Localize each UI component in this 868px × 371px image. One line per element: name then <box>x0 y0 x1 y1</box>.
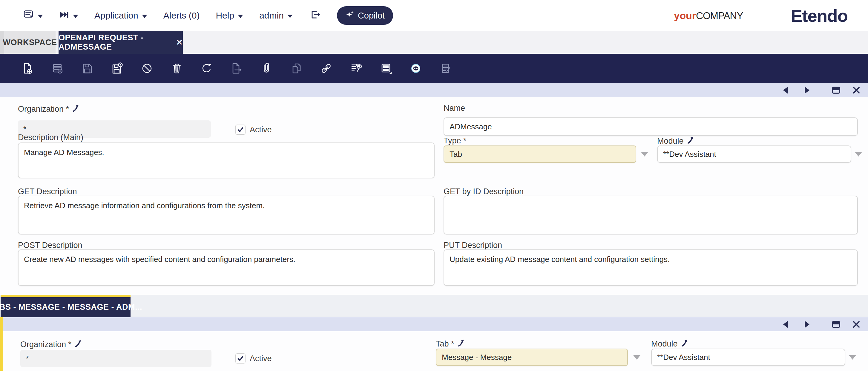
attachment-icon[interactable] <box>260 62 273 75</box>
user-menu-label: admin <box>259 10 284 21</box>
save-and-new-icon[interactable] <box>111 62 124 75</box>
field-link-icon[interactable] <box>72 104 79 114</box>
field-link-icon[interactable] <box>687 136 694 146</box>
type-dropdown-icon[interactable] <box>641 152 648 157</box>
active-section-indicator <box>0 317 3 371</box>
previous-record-icon[interactable] <box>782 86 789 94</box>
previous-record-icon[interactable] <box>782 320 789 329</box>
form-grid-view-icon[interactable] <box>379 62 393 75</box>
subtab-tabs-message[interactable]: TABS - MESSAGE - MESSAGE - ADM... <box>1 295 130 317</box>
copilot-button[interactable]: Copilot <box>337 6 393 25</box>
openapi-section-bar <box>0 83 868 97</box>
get-by-id-description-label: GET by ID Description <box>443 187 524 196</box>
copilot-button-label: Copilot <box>358 11 385 21</box>
tab-workspace-label: WORKSPACE <box>3 38 57 47</box>
alerts-button[interactable]: Alerts (0) <box>163 10 200 21</box>
put-description-label: PUT Description <box>443 241 502 250</box>
close-icon[interactable] <box>852 320 860 328</box>
application-menu[interactable]: Application <box>94 10 147 21</box>
application-menu-label: Application <box>94 10 138 21</box>
field-link-icon[interactable] <box>681 339 688 349</box>
module-label: Module <box>657 136 694 146</box>
type-label: Type * <box>443 136 467 146</box>
export-icon[interactable] <box>230 62 243 75</box>
next-record-icon[interactable] <box>804 320 811 329</box>
process-tools-icon[interactable] <box>349 62 363 75</box>
etendo-logo: Etendo <box>790 6 848 26</box>
openapi-request-form: Organization * * Active Name ADMessage D… <box>0 97 868 295</box>
window-tab-bar: WORKSPACE OPENAPI REQUEST - ADMESSAGE ✕ <box>0 31 868 54</box>
menu-icon <box>23 9 34 22</box>
top-bar: Application Alerts (0) Help admin Copilo… <box>0 0 868 31</box>
organization-label: Organization * <box>18 104 79 114</box>
module-select[interactable]: **Dev Assistant <box>651 349 845 366</box>
company-logo-your: your <box>674 10 696 21</box>
active-checkbox[interactable] <box>236 125 246 135</box>
type-select[interactable]: Tab <box>443 146 636 163</box>
organization-label: Organization * <box>20 340 82 349</box>
active-checkbox[interactable] <box>236 353 246 364</box>
tab-openapi-request-admessage[interactable]: OPENAPI REQUEST - ADMESSAGE ✕ <box>59 31 183 54</box>
new-row-grid-icon[interactable] <box>51 62 64 75</box>
link-icon[interactable] <box>319 62 333 75</box>
notes-icon[interactable] <box>439 62 452 75</box>
chevron-down-icon <box>38 14 43 18</box>
active-label: Active <box>250 354 272 363</box>
chevron-down-icon <box>287 14 293 18</box>
name-field[interactable]: ADMessage <box>443 117 858 136</box>
main-menu-button[interactable] <box>23 9 43 22</box>
tabs-section: Organization * * Active Tab * Message - … <box>0 317 868 371</box>
company-logo: yourCOMPANY <box>674 10 743 22</box>
clone-icon[interactable] <box>290 62 303 75</box>
description-field[interactable]: Manage AD Messages. <box>18 143 435 178</box>
logout-icon <box>309 9 321 23</box>
tabs-section-bar <box>0 317 868 331</box>
logout-button[interactable] <box>309 9 321 23</box>
module-select[interactable]: **Dev Assistant <box>657 146 851 163</box>
tab-workspace[interactable]: WORKSPACE <box>4 31 56 54</box>
new-record-icon[interactable] <box>21 62 34 75</box>
next-record-icon[interactable] <box>804 86 811 94</box>
post-description-label: POST Description <box>18 241 83 250</box>
get-description-label: GET Description <box>18 187 77 196</box>
chevron-down-icon <box>238 14 243 18</box>
alerts-label: Alerts (0) <box>163 10 200 21</box>
company-logo-company: COMPANY <box>696 10 743 21</box>
skip-navigation-button[interactable] <box>59 10 78 21</box>
put-description-field[interactable]: Update existing AD message content and c… <box>443 249 858 286</box>
tabs-form: Organization * * Active Tab * Message - … <box>0 331 868 371</box>
active-checkbox-group: Active <box>236 125 272 135</box>
name-label: Name <box>443 104 465 113</box>
maximize-icon[interactable] <box>832 320 840 329</box>
save-icon[interactable] <box>81 62 94 75</box>
copilot-robot-icon[interactable] <box>409 62 422 75</box>
description-label: Description (Main) <box>18 133 83 142</box>
module-dropdown-icon[interactable] <box>849 355 856 360</box>
refresh-icon[interactable] <box>200 62 213 75</box>
chevron-down-icon <box>73 14 78 18</box>
tab-dropdown-icon[interactable] <box>633 355 641 360</box>
module-dropdown-icon[interactable] <box>855 152 862 157</box>
undo-cancel-icon[interactable] <box>141 62 154 75</box>
get-by-id-description-field[interactable] <box>443 196 858 235</box>
field-link-icon[interactable] <box>75 340 82 349</box>
user-menu[interactable]: admin <box>259 10 293 21</box>
get-description-field[interactable]: Retrieve AD message information and conf… <box>18 196 435 235</box>
help-menu[interactable]: Help <box>216 10 243 21</box>
organization-field[interactable]: * <box>20 350 212 367</box>
subtab-label: TABS - MESSAGE - MESSAGE - ADM... <box>0 303 142 312</box>
field-link-icon[interactable] <box>458 339 464 349</box>
maximize-icon[interactable] <box>832 86 840 94</box>
tab-close-icon[interactable]: ✕ <box>176 38 183 47</box>
help-menu-label: Help <box>216 10 234 21</box>
module-label: Module <box>651 339 688 349</box>
tab-label: Tab * <box>436 339 464 349</box>
tab-active-label: OPENAPI REQUEST - ADMESSAGE <box>59 33 168 52</box>
tab-select[interactable]: Message - Message <box>436 349 628 366</box>
record-toolbar <box>0 54 868 83</box>
delete-icon[interactable] <box>170 62 183 75</box>
child-tab-bar: TABS - MESSAGE - MESSAGE - ADM... <box>0 295 868 317</box>
sparkle-icon <box>345 10 354 21</box>
post-description-field[interactable]: Create new AD messages with specified co… <box>18 249 435 286</box>
close-icon[interactable] <box>852 86 860 94</box>
